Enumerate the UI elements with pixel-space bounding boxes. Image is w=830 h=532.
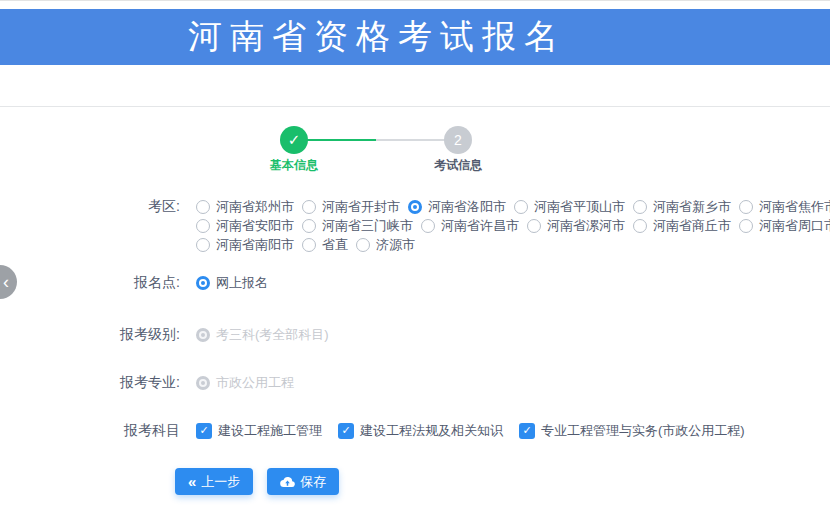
radio-option-city[interactable]: 河南省漯河市: [527, 217, 625, 235]
registration-page: 河南省资格考试报名 ‹ ✓ 2 基本信息 考试信息 考区: 河南省郑州市 河南省…: [0, 0, 830, 532]
radio-option-city-selected[interactable]: 河南省洛阳市: [408, 198, 506, 216]
radio-option-city[interactable]: 河南省周口市: [739, 217, 830, 235]
radio-label: 河南省周口市: [759, 217, 830, 235]
step-label-exam-info: 考试信息: [418, 157, 498, 174]
form-row-exam-level: 报考级别: 考三科(考全部科目): [0, 325, 337, 344]
checkbox-option-subject[interactable]: ✓ 建设工程法规及相关知识: [338, 422, 503, 440]
exam-area-line-2: 河南省安阳市 河南省三门峡市 河南省许昌市 河南省漯河市 河南省商丘市: [196, 216, 830, 235]
checkbox-checked-icon: ✓: [338, 423, 354, 439]
previous-step-button[interactable]: « 上一步: [175, 468, 253, 495]
form-row-exam-area: 考区: 河南省郑州市 河南省开封市 河南省洛阳市 河南省平顶山市: [0, 197, 830, 254]
exam-subjects-options: ✓ 建设工程施工管理 ✓ 建设工程法规及相关知识 ✓ 专业工程管理与实务(市政公…: [196, 422, 761, 439]
save-button[interactable]: 保存: [267, 468, 339, 495]
header-divider: [0, 106, 830, 107]
reg-point-label: 报名点:: [0, 273, 180, 292]
radio-option-city[interactable]: 河南省商丘市: [633, 217, 731, 235]
radio-option-city[interactable]: 河南省开封市: [302, 198, 400, 216]
double-chevron-left-icon: «: [188, 474, 196, 489]
step-basic-info-circle: ✓: [280, 126, 308, 154]
radio-label: 网上报名: [216, 274, 268, 292]
chevron-left-icon: ‹: [3, 273, 9, 291]
exam-major-label: 报考专业:: [0, 373, 180, 392]
radio-label: 河南省安阳市: [216, 217, 294, 235]
form-row-exam-subjects: 报考科目 ✓ 建设工程施工管理 ✓ 建设工程法规及相关知识 ✓ 专业工程管理与实…: [0, 422, 761, 439]
radio-label: 考三科(考全部科目): [216, 326, 329, 344]
checkbox-label: 建设工程法规及相关知识: [360, 422, 503, 440]
exam-area-label: 考区:: [0, 197, 180, 216]
exam-major-options: 市政公用工程: [196, 373, 302, 392]
radio-icon: [356, 238, 370, 252]
form-row-exam-major: 报考专业: 市政公用工程: [0, 373, 302, 392]
radio-icon: [302, 200, 316, 214]
step-number: 2: [454, 132, 462, 148]
reg-point-options: 网上报名: [196, 273, 276, 292]
checkbox-option-subject[interactable]: ✓ 专业工程管理与实务(市政公用工程): [519, 422, 745, 440]
radio-label: 河南省郑州市: [216, 198, 294, 216]
radio-option-city[interactable]: 河南省焦作市: [739, 198, 830, 216]
radio-icon: [633, 219, 647, 233]
radio-label: 河南省新乡市: [653, 198, 731, 216]
radio-icon: [739, 200, 753, 214]
radio-option-city[interactable]: 河南省郑州市: [196, 198, 294, 216]
radio-label: 河南省南阳市: [216, 236, 294, 254]
radio-option-level-disabled: 考三科(考全部科目): [196, 326, 329, 344]
radio-icon: [527, 219, 541, 233]
radio-disabled-icon: [196, 328, 210, 342]
radio-checked-icon: [196, 276, 210, 290]
sidebar-collapse-handle[interactable]: ‹: [0, 265, 17, 299]
radio-label: 河南省许昌市: [441, 217, 519, 235]
checkbox-checked-icon: ✓: [519, 423, 535, 439]
radio-label: 河南省平顶山市: [534, 198, 625, 216]
radio-icon: [514, 200, 528, 214]
checkbox-option-subject[interactable]: ✓ 建设工程施工管理: [196, 422, 322, 440]
previous-step-label: 上一步: [201, 473, 240, 491]
step-connector-pending: [376, 139, 446, 141]
radio-option-city[interactable]: 河南省许昌市: [421, 217, 519, 235]
radio-option-online-registration[interactable]: 网上报名: [196, 274, 268, 292]
radio-label: 河南省焦作市: [759, 198, 830, 216]
radio-option-city[interactable]: 河南省三门峡市: [302, 217, 413, 235]
step-label-basic-info: 基本信息: [254, 157, 334, 174]
radio-option-city[interactable]: 河南省南阳市: [196, 236, 294, 254]
action-buttons: « 上一步 保存: [175, 468, 339, 495]
radio-label: 河南省漯河市: [547, 217, 625, 235]
exam-area-line-1: 河南省郑州市 河南省开封市 河南省洛阳市 河南省平顶山市 河南省新乡市: [196, 197, 830, 216]
page-title: 河南省资格考试报名: [188, 14, 566, 60]
radio-label: 河南省商丘市: [653, 217, 731, 235]
cloud-upload-icon: [280, 476, 295, 488]
radio-icon: [196, 238, 210, 252]
radio-icon: [196, 200, 210, 214]
radio-label: 河南省洛阳市: [428, 198, 506, 216]
step-connector-done: [306, 139, 376, 141]
radio-icon: [421, 219, 435, 233]
form-row-reg-point: 报名点: 网上报名: [0, 273, 276, 292]
radio-icon: [302, 238, 316, 252]
radio-option-major-disabled: 市政公用工程: [196, 374, 294, 392]
radio-label: 济源市: [376, 236, 415, 254]
step-exam-info-circle: 2: [444, 126, 472, 154]
checkbox-label: 建设工程施工管理: [218, 422, 322, 440]
exam-area-line-3: 河南省南阳市 省直 济源市: [196, 235, 830, 254]
checkbox-label: 专业工程管理与实务(市政公用工程): [541, 422, 745, 440]
radio-option-city[interactable]: 河南省平顶山市: [514, 198, 625, 216]
radio-option-city[interactable]: 省直: [302, 236, 348, 254]
radio-option-city[interactable]: 河南省安阳市: [196, 217, 294, 235]
radio-icon: [196, 219, 210, 233]
radio-label: 河南省三门峡市: [322, 217, 413, 235]
save-label: 保存: [300, 473, 326, 491]
radio-label: 市政公用工程: [216, 374, 294, 392]
radio-option-city[interactable]: 济源市: [356, 236, 415, 254]
radio-icon: [633, 200, 647, 214]
radio-icon: [302, 219, 316, 233]
check-icon: ✓: [288, 131, 301, 149]
radio-disabled-icon: [196, 376, 210, 390]
radio-option-city[interactable]: 河南省新乡市: [633, 198, 731, 216]
page-header-banner: 河南省资格考试报名: [0, 9, 830, 65]
radio-label: 河南省开封市: [322, 198, 400, 216]
exam-area-options: 河南省郑州市 河南省开封市 河南省洛阳市 河南省平顶山市 河南省新乡市: [196, 197, 830, 254]
exam-level-options: 考三科(考全部科目): [196, 325, 337, 344]
checkbox-checked-icon: ✓: [196, 423, 212, 439]
radio-checked-icon: [408, 200, 422, 214]
exam-level-label: 报考级别:: [0, 325, 180, 344]
exam-subjects-label: 报考科目: [0, 422, 180, 439]
